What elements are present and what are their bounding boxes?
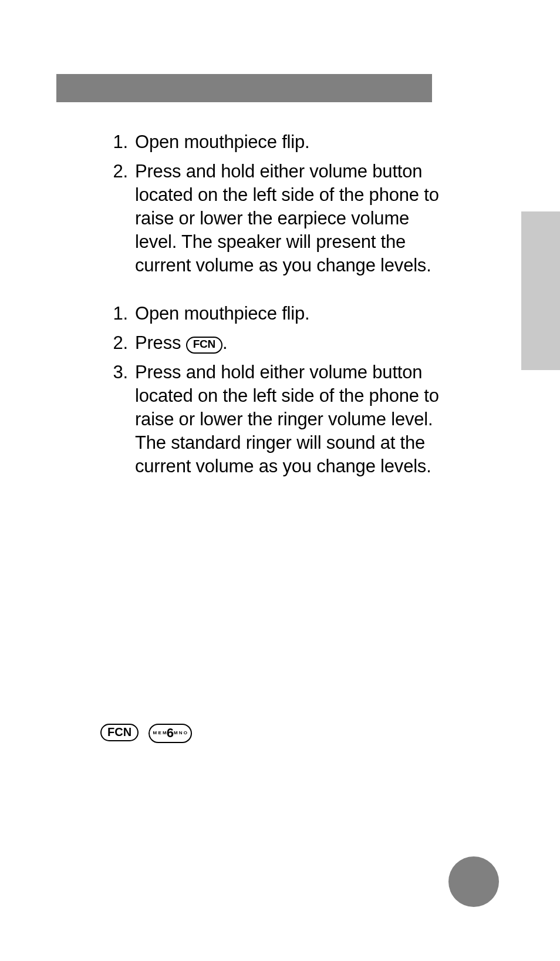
list-item: 2. Press FCN.: [97, 331, 444, 355]
page-number-dot: [448, 856, 499, 907]
list-text: Press and hold either volume button loca…: [135, 361, 444, 478]
list-text: Press and hold either volume button loca…: [135, 160, 444, 277]
manual-page: 1. Open mouthpiece flip. 2. Press and ho…: [0, 0, 560, 961]
list-text-post: .: [222, 332, 227, 353]
list-number: 2.: [97, 331, 135, 355]
list-item: 1. Open mouthpiece flip.: [97, 130, 444, 154]
fcn-key-icon: FCN: [100, 724, 139, 741]
six-key-digit: 6: [167, 725, 174, 740]
section-header-bar: [56, 74, 432, 102]
list-number: 1.: [97, 302, 135, 325]
list-text-pre: Press: [135, 332, 186, 353]
list-item: 1. Open mouthpiece flip.: [97, 302, 444, 325]
list-text: Open mouthpiece flip.: [135, 130, 444, 154]
list-number: 1.: [97, 130, 135, 154]
six-key-left-letters: M E M: [153, 731, 167, 735]
list-text: Open mouthpiece flip.: [135, 302, 444, 325]
list-item: 3. Press and hold either volume button l…: [97, 361, 444, 478]
six-key-right-letters: M N O: [174, 731, 187, 735]
instruction-list-2: 1. Open mouthpiece flip. 2. Press FCN. 3…: [97, 302, 444, 478]
footer-key-row: FCN M E M6M N O: [100, 724, 199, 743]
list-item: 2. Press and hold either volume button l…: [97, 160, 444, 277]
list-number: 3.: [97, 361, 135, 478]
list-text: Press FCN.: [135, 331, 444, 355]
body-content: 1. Open mouthpiece flip. 2. Press and ho…: [97, 130, 444, 503]
list-number: 2.: [97, 160, 135, 277]
six-key-icon: M E M6M N O: [149, 724, 192, 743]
side-tab: [521, 211, 560, 370]
instruction-list-1: 1. Open mouthpiece flip. 2. Press and ho…: [97, 130, 444, 277]
fcn-key-icon: FCN: [186, 337, 222, 354]
